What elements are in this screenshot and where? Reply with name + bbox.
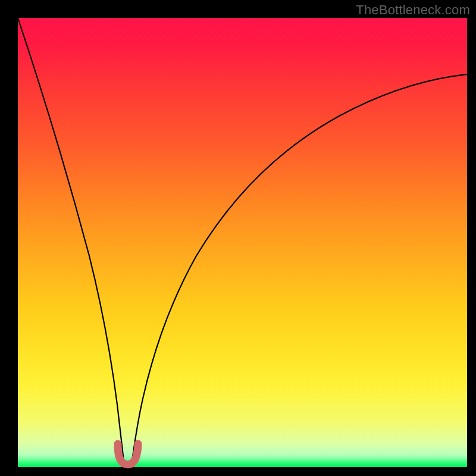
curve-layer xyxy=(18,18,467,467)
chart-frame: TheBottleneck.com xyxy=(0,0,476,476)
watermark-text: TheBottleneck.com xyxy=(356,2,470,18)
bottleneck-curve-left xyxy=(18,18,124,461)
sweet-spot-marker xyxy=(118,444,138,465)
plot-area xyxy=(18,18,467,467)
bottleneck-curve-right xyxy=(132,74,467,461)
